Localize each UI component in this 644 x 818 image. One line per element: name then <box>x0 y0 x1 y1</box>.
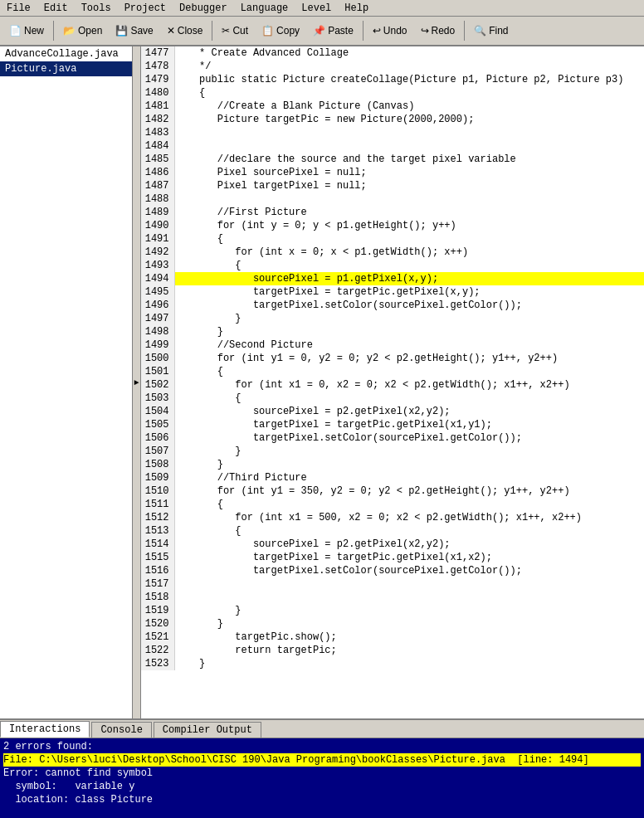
paste-button[interactable]: 📌 Paste <box>307 19 359 42</box>
line-content <box>174 591 644 604</box>
code-body: 1477 * Create Advanced Collage1478 */147… <box>141 46 644 670</box>
menu-level[interactable]: Level <box>298 2 334 14</box>
line-number: 1485 <box>141 153 174 166</box>
line-number: 1514 <box>141 538 174 551</box>
line-number: 1500 <box>141 352 174 365</box>
table-row: 1519 } <box>141 604 644 617</box>
line-content: targetPic.show(); <box>174 631 644 644</box>
table-row: 1498 } <box>141 325 644 338</box>
menu-tools[interactable]: Tools <box>78 2 115 14</box>
find-icon: 🔍 <box>474 25 486 37</box>
line-content: targetPixel = targetPic.getPixel(x,y); <box>174 285 644 299</box>
table-row: 1494 sourcePixel = p1.getPixel(x,y); <box>141 272 644 285</box>
code-area[interactable]: 1477 * Create Advanced Collage1478 */147… <box>141 46 644 718</box>
line-number: 1503 <box>141 392 174 405</box>
table-row: 1514 sourcePixel = p2.getPixel(x2,y2); <box>141 538 644 551</box>
table-row: 1504 sourcePixel = p2.getPixel(x2,y2); <box>141 405 644 418</box>
file-item-advance-collage[interactable]: AdvanceCollage.java <box>0 46 132 61</box>
file-item-picture[interactable]: Picture.java <box>0 61 132 76</box>
line-number: 1492 <box>141 246 174 259</box>
table-row: 1505 targetPixel = targetPic.getPixel(x1… <box>141 418 644 431</box>
line-content: * Create Advanced Collage <box>174 46 644 60</box>
line-content: for (int x1 = 500, x2 = 0; x2 < p2.getWi… <box>174 511 644 524</box>
line-content <box>174 139 644 153</box>
bottom-content: 2 errors found:File: C:\Users\luci\Deskt… <box>0 738 644 818</box>
toolbar-separator-1 <box>53 21 54 41</box>
table-row: 1503 { <box>141 392 644 405</box>
redo-icon: ↪ <box>421 25 429 37</box>
table-row: 1487 Pixel targetPixel = null; <box>141 179 644 192</box>
line-number: 1520 <box>141 617 174 631</box>
line-number: 1506 <box>141 431 174 445</box>
line-number: 1516 <box>141 564 174 577</box>
menu-help[interactable]: Help <box>341 2 372 14</box>
table-row: 1506 targetPixel.setColor(sourcePixel.ge… <box>141 431 644 445</box>
new-icon: 📄 <box>9 25 22 37</box>
find-button[interactable]: 🔍 Find <box>468 19 514 42</box>
menu-language[interactable]: Language <box>237 2 292 14</box>
tab-interactions[interactable]: Interactions <box>0 721 90 738</box>
table-row: 1511 { <box>141 498 644 511</box>
file-panel-arrow[interactable]: ► <box>133 46 141 718</box>
line-content: //Third Picture <box>174 471 644 484</box>
table-row: 1485 //declare the source and the target… <box>141 153 644 166</box>
new-button[interactable]: 📄 New <box>3 19 50 42</box>
menu-project[interactable]: Project <box>121 2 169 14</box>
table-row: 1520 } <box>141 617 644 631</box>
line-content: */ <box>174 60 644 73</box>
line-number: 1502 <box>141 378 174 392</box>
line-number: 1521 <box>141 631 174 644</box>
undo-button[interactable]: ↩ Undo <box>367 19 413 42</box>
close-button[interactable]: ✕ Close <box>161 19 209 42</box>
line-content: { <box>174 232 644 246</box>
table-row: 1477 * Create Advanced Collage <box>141 46 644 60</box>
line-content: public static Picture createCollage(Pict… <box>174 73 644 86</box>
line-content: //Second Picture <box>174 338 644 352</box>
table-row: 1480 { <box>141 86 644 100</box>
table-row: 1522 return targetPic; <box>141 644 644 657</box>
line-content: targetPixel = targetPic.getPixel(x1,x2); <box>174 551 644 564</box>
error-line: File: C:\Users\luci\Desktop\School\CISC … <box>3 753 641 767</box>
table-row: 1517 <box>141 577 644 591</box>
line-content: targetPixel.setColor(sourcePixel.getColo… <box>174 431 644 445</box>
table-row: 1489 //First Picture <box>141 206 644 219</box>
tab-compiler-output[interactable]: Compiler Output <box>154 722 261 738</box>
tab-console[interactable]: Console <box>91 722 151 738</box>
line-content: targetPixel.setColor(sourcePixel.getColo… <box>174 564 644 577</box>
table-row: 1513 { <box>141 524 644 538</box>
line-content: targetPixel = targetPic.getPixel(x1,y1); <box>174 418 644 431</box>
line-content: } <box>174 604 644 617</box>
table-row: 1521 targetPic.show(); <box>141 631 644 644</box>
line-content: } <box>174 458 644 471</box>
redo-button[interactable]: ↪ Redo <box>415 19 461 42</box>
line-content: for (int y1 = 350, y2 = 0; y2 < p2.getHe… <box>174 484 644 498</box>
table-row: 1500 for (int y1 = 0, y2 = 0; y2 < p2.ge… <box>141 352 644 365</box>
line-number: 1487 <box>141 179 174 192</box>
line-content: targetPixel.setColor(sourcePixel.getColo… <box>174 299 644 312</box>
line-number: 1513 <box>141 524 174 538</box>
table-row: 1482 Picture targetPic = new Picture(200… <box>141 113 644 126</box>
line-content: for (int y1 = 0, y2 = 0; y2 < p2.getHeig… <box>174 352 644 365</box>
copy-button[interactable]: 📋 Copy <box>256 19 305 42</box>
line-content: } <box>174 445 644 458</box>
line-number: 1505 <box>141 418 174 431</box>
line-content: } <box>174 325 644 338</box>
cut-button[interactable]: ✂ Cut <box>216 19 254 42</box>
menu-edit[interactable]: Edit <box>41 2 71 14</box>
menu-file[interactable]: File <box>3 2 34 14</box>
table-row: 1516 targetPixel.setColor(sourcePixel.ge… <box>141 564 644 577</box>
line-number: 1522 <box>141 644 174 657</box>
line-content: { <box>174 524 644 538</box>
line-content: Pixel sourcePixel = null; <box>174 166 644 179</box>
line-content: { <box>174 86 644 100</box>
table-row: 1507 } <box>141 445 644 458</box>
line-content: sourcePixel = p1.getPixel(x,y); <box>174 272 644 285</box>
line-number: 1482 <box>141 113 174 126</box>
save-button[interactable]: 💾 Save <box>110 19 159 42</box>
line-number: 1494 <box>141 272 174 285</box>
table-row: 1478 */ <box>141 60 644 73</box>
open-button[interactable]: 📂 Open <box>57 19 108 42</box>
toolbar: 📄 New 📂 Open 💾 Save ✕ Close ✂ Cut 📋 Copy… <box>0 17 644 46</box>
line-number: 1481 <box>141 100 174 113</box>
menu-debugger[interactable]: Debugger <box>176 2 231 14</box>
